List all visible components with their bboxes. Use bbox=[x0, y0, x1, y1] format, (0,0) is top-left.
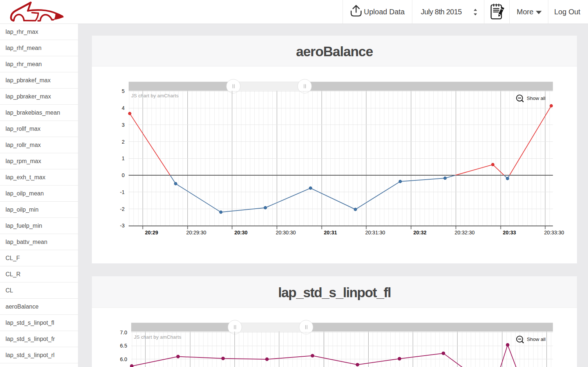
svg-text:6.5: 6.5 bbox=[120, 343, 128, 349]
svg-text:-1: -1 bbox=[120, 189, 125, 195]
svg-text:20:31: 20:31 bbox=[324, 230, 337, 235]
svg-text:Show all: Show all bbox=[527, 96, 545, 101]
svg-text:20:32:30: 20:32:30 bbox=[455, 230, 475, 235]
svg-text:20:30: 20:30 bbox=[234, 230, 248, 235]
svg-text:2: 2 bbox=[122, 139, 125, 145]
svg-text:1: 1 bbox=[122, 155, 125, 161]
svg-text:20:31:30: 20:31:30 bbox=[365, 230, 386, 235]
svg-text:3: 3 bbox=[122, 122, 125, 128]
svg-text:6.0: 6.0 bbox=[120, 356, 128, 362]
svg-text:20:29:30: 20:29:30 bbox=[186, 230, 207, 235]
svg-text:JS chart by amCharts: JS chart by amCharts bbox=[131, 93, 179, 98]
svg-text:20:33: 20:33 bbox=[503, 230, 516, 235]
svg-text:-2: -2 bbox=[120, 206, 125, 212]
svg-text:JS chart by amCharts: JS chart by amCharts bbox=[134, 334, 182, 340]
svg-text:-3: -3 bbox=[120, 223, 125, 229]
svg-text:0: 0 bbox=[122, 172, 125, 178]
svg-text:7.0: 7.0 bbox=[120, 330, 128, 335]
svg-text:4: 4 bbox=[122, 105, 125, 111]
svg-text:20:33:30: 20:33:30 bbox=[544, 230, 564, 235]
svg-text:Show all: Show all bbox=[527, 337, 546, 342]
svg-text:20:32: 20:32 bbox=[413, 230, 427, 235]
svg-text:20:29: 20:29 bbox=[145, 230, 158, 235]
svg-text:20:30:30: 20:30:30 bbox=[276, 230, 296, 235]
svg-text:5: 5 bbox=[122, 88, 125, 94]
